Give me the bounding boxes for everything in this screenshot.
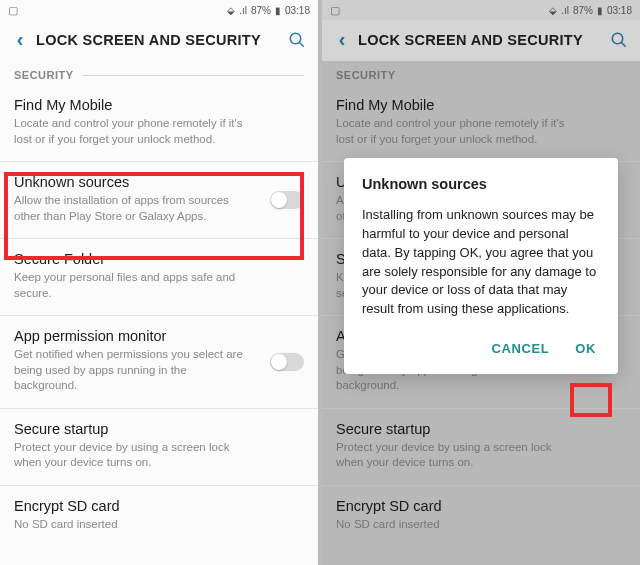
- battery-saver-icon: ⬙: [549, 5, 557, 16]
- search-button[interactable]: [608, 29, 630, 51]
- back-button[interactable]: ‹: [10, 28, 30, 51]
- item-find-my-mobile[interactable]: Find My Mobile Locate and control your p…: [322, 85, 640, 162]
- title-bar: ‹ LOCK SCREEN AND SECURITY: [322, 20, 640, 61]
- battery-pct: 87%: [251, 5, 271, 16]
- dialog-body: Installing from unknown sources may be h…: [362, 206, 600, 319]
- cancel-button[interactable]: CANCEL: [490, 337, 552, 360]
- svg-line-3: [621, 42, 626, 47]
- toggle-app-permission-monitor[interactable]: [270, 353, 304, 371]
- picture-icon: ▢: [8, 4, 223, 17]
- item-label: Secure Folder: [14, 251, 304, 267]
- dialog-title: Unknown sources: [362, 176, 600, 192]
- status-bar: ▢ ⬙ .ıl 87% ▮ 03:18: [0, 0, 318, 20]
- item-desc: No SD card inserted: [14, 517, 304, 533]
- section-label: SECURITY: [14, 69, 74, 81]
- page-title: LOCK SCREEN AND SECURITY: [358, 32, 602, 48]
- item-label: Secure startup: [14, 421, 304, 437]
- section-header: SECURITY: [322, 61, 640, 85]
- section-header: SECURITY: [0, 61, 318, 85]
- item-label: Secure startup: [336, 421, 626, 437]
- item-label: App permission monitor: [14, 328, 304, 344]
- search-icon: [288, 31, 306, 49]
- search-button[interactable]: [286, 29, 308, 51]
- item-desc: No SD card inserted: [336, 517, 626, 533]
- svg-point-0: [290, 33, 301, 44]
- item-secure-folder[interactable]: Secure Folder Keep your personal files a…: [0, 239, 318, 316]
- item-desc: Locate and control your phone remotely i…: [14, 116, 304, 147]
- item-secure-startup[interactable]: Secure startup Protect your device by us…: [0, 409, 318, 486]
- item-label: Unknown sources: [14, 174, 304, 190]
- battery-saver-icon: ⬙: [227, 5, 235, 16]
- item-unknown-sources[interactable]: Unknown sources Allow the installation o…: [0, 162, 318, 239]
- item-secure-startup[interactable]: Secure startup Protect your device by us…: [322, 409, 640, 486]
- item-desc: Protect your device by using a screen lo…: [336, 440, 626, 471]
- dialog-unknown-sources: Unknown sources Installing from unknown …: [344, 158, 618, 374]
- item-label: Encrypt SD card: [14, 498, 304, 514]
- item-desc: Locate and control your phone remotely i…: [336, 116, 626, 147]
- item-find-my-mobile[interactable]: Find My Mobile Locate and control your p…: [0, 85, 318, 162]
- item-desc: Get notified when permissions you select…: [14, 347, 304, 394]
- divider: [404, 75, 626, 76]
- item-desc: Keep your personal files and apps safe a…: [14, 270, 304, 301]
- section-label: SECURITY: [336, 69, 396, 81]
- item-label: Encrypt SD card: [336, 498, 626, 514]
- item-app-permission-monitor[interactable]: App permission monitor Get notified when…: [0, 316, 318, 409]
- item-desc: Allow the installation of apps from sour…: [14, 193, 304, 224]
- clock: 03:18: [285, 5, 310, 16]
- clock: 03:18: [607, 5, 632, 16]
- page-title: LOCK SCREEN AND SECURITY: [36, 32, 280, 48]
- svg-line-1: [299, 42, 304, 47]
- picture-icon: ▢: [330, 4, 545, 17]
- item-desc: Protect your device by using a screen lo…: [14, 440, 304, 471]
- svg-point-2: [612, 33, 623, 44]
- dialog-actions: CANCEL OK: [362, 333, 600, 364]
- battery-pct: 87%: [573, 5, 593, 16]
- item-encrypt-sd[interactable]: Encrypt SD card No SD card inserted: [322, 486, 640, 547]
- search-icon: [610, 31, 628, 49]
- toggle-unknown-sources[interactable]: [270, 191, 304, 209]
- back-button[interactable]: ‹: [332, 28, 352, 51]
- battery-icon: ▮: [275, 5, 281, 16]
- item-encrypt-sd[interactable]: Encrypt SD card No SD card inserted: [0, 486, 318, 547]
- item-label: Find My Mobile: [336, 97, 626, 113]
- signal-icon: .ıl: [561, 5, 569, 16]
- title-bar: ‹ LOCK SCREEN AND SECURITY: [0, 20, 318, 61]
- item-label: Find My Mobile: [14, 97, 304, 113]
- screen-left: ▢ ⬙ .ıl 87% ▮ 03:18 ‹ LOCK SCREEN AND SE…: [0, 0, 318, 565]
- screen-right: ▢ ⬙ .ıl 87% ▮ 03:18 ‹ LOCK SCREEN AND SE…: [322, 0, 640, 565]
- signal-icon: .ıl: [239, 5, 247, 16]
- status-bar: ▢ ⬙ .ıl 87% ▮ 03:18: [322, 0, 640, 20]
- ok-button[interactable]: OK: [573, 337, 598, 360]
- battery-icon: ▮: [597, 5, 603, 16]
- divider: [82, 75, 304, 76]
